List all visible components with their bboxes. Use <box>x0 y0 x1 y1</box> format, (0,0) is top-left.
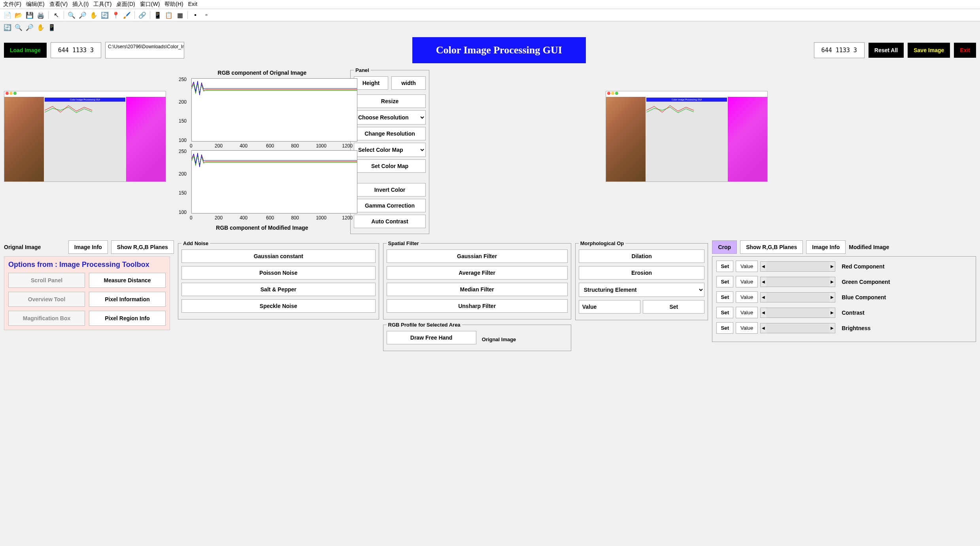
menu-edit[interactable]: 编辑(E) <box>26 1 45 8</box>
slider-right-icon[interactable]: ▶ <box>829 262 835 271</box>
slider-right-icon[interactable]: ▶ <box>829 277 835 287</box>
height-button[interactable]: Height <box>354 76 388 90</box>
axes-icon[interactable]: ▦ <box>176 11 184 19</box>
scroll-panel-button[interactable]: Scroll Panel <box>8 273 85 288</box>
tool1-icon[interactable]: ▪ <box>191 11 200 19</box>
slider-left-icon[interactable]: ◀ <box>761 293 766 302</box>
average-filter-button[interactable]: Average Filter <box>387 266 568 280</box>
tool2-icon[interactable]: ▫ <box>202 11 211 19</box>
zoom-in2-icon[interactable]: 🔍 <box>14 23 23 32</box>
menu-desktop[interactable]: 桌面(D) <box>116 1 135 8</box>
load-image-button[interactable]: Load Image <box>4 43 47 58</box>
image-info-button-left[interactable]: Image Info <box>68 240 108 254</box>
print-icon[interactable]: 🖨️ <box>36 11 45 19</box>
save-image-button[interactable]: Save Image <box>908 43 950 58</box>
set-contrast-button[interactable]: Set <box>716 307 733 318</box>
add-noise-fieldset: Add Noise Gaussian constant Poisson Nois… <box>178 240 379 319</box>
set-blue-button[interactable]: Set <box>716 291 733 303</box>
open-icon[interactable]: 📂 <box>14 11 23 19</box>
slider-left-icon[interactable]: ◀ <box>761 308 766 317</box>
zoom-out2-icon[interactable]: 🔎 <box>25 23 34 32</box>
thumb-title2: Color Image Processing GUI <box>646 98 727 102</box>
chart-original-rgb <box>191 78 357 142</box>
crop-button[interactable]: Crop <box>712 240 737 254</box>
gaussian-filter-button[interactable]: Gaussian Filter <box>387 249 568 263</box>
reset-all-button[interactable]: Reset All <box>869 43 904 58</box>
erosion-button[interactable]: Erosion <box>579 266 705 280</box>
chart2-title: RGB component of Modified Image <box>177 222 347 233</box>
select-colormap-select[interactable]: Select Color Map <box>354 143 426 157</box>
thumb-title: Color Image Processing GUI <box>45 98 125 102</box>
structuring-element-select[interactable]: Structuring Element <box>579 283 705 297</box>
contrast-slider[interactable]: ◀▶ <box>760 308 835 318</box>
unsharp-filter-button[interactable]: Unsharp Filter <box>387 299 568 313</box>
pointer-icon[interactable]: ↖ <box>52 11 60 19</box>
y-tick: 200 <box>179 171 187 177</box>
red-slider[interactable]: ◀▶ <box>760 261 835 272</box>
device-icon[interactable]: 📱 <box>47 23 56 32</box>
zoom-out-icon[interactable]: 🔎 <box>78 11 87 19</box>
resize-button[interactable]: Resize <box>354 94 426 108</box>
save-icon[interactable]: 💾 <box>25 11 34 19</box>
brush-icon[interactable]: 🖌️ <box>123 11 131 19</box>
measure-distance-button[interactable]: Measure Distance <box>89 273 166 288</box>
slider-right-icon[interactable]: ▶ <box>829 308 835 317</box>
morph-set-button[interactable]: Set <box>643 300 704 314</box>
menu-file[interactable]: 文件(F) <box>3 1 21 8</box>
pan2-icon[interactable]: ✋ <box>36 23 45 32</box>
dilation-button[interactable]: Dilation <box>579 249 705 263</box>
draw-free-hand-button[interactable]: Draw Free Hand <box>387 331 476 344</box>
menu-exit[interactable]: Exit <box>188 1 197 8</box>
slider-left-icon[interactable]: ◀ <box>761 262 766 271</box>
change-resolution-button[interactable]: Change Resolution <box>354 127 426 140</box>
width-button[interactable]: width <box>391 76 426 90</box>
pan-icon[interactable]: ✋ <box>89 11 98 19</box>
rgb-profile-orig-label: Orignal Image <box>479 336 568 342</box>
menu-insert[interactable]: 插入(I) <box>72 1 89 8</box>
datatip-icon[interactable]: 📍 <box>111 11 120 19</box>
slider-left-icon[interactable]: ◀ <box>761 323 766 333</box>
slider-left-icon[interactable]: ◀ <box>761 277 766 287</box>
menu-help[interactable]: 帮助(H) <box>164 1 183 8</box>
blue-slider[interactable]: ◀▶ <box>760 292 835 302</box>
new-icon[interactable]: 📄 <box>3 11 12 19</box>
show-rgb-planes-button-left[interactable]: Show R,G,B Planes <box>111 240 174 254</box>
magnification-box-button[interactable]: Magnification Box <box>8 311 85 326</box>
set-green-button[interactable]: Set <box>716 276 733 287</box>
morphological-legend: Morphological Op <box>579 240 626 246</box>
zoom-in-icon[interactable]: 🔍 <box>67 11 76 19</box>
auto-contrast-button[interactable]: Auto Contrast <box>354 215 426 228</box>
refresh-icon[interactable]: 🔄 <box>3 23 12 32</box>
slider-right-icon[interactable]: ▶ <box>829 323 835 333</box>
legend-icon[interactable]: 📋 <box>164 11 173 19</box>
pixel-information-button[interactable]: Pixel Information <box>89 292 166 307</box>
median-filter-button[interactable]: Median Filter <box>387 283 568 296</box>
menu-tools[interactable]: 工具(T) <box>93 1 111 8</box>
menu-view[interactable]: 查看(V) <box>49 1 68 8</box>
gaussian-noise-button[interactable]: Gaussian constant <box>181 249 376 263</box>
y-tick: 100 <box>179 138 187 143</box>
colorbar-icon[interactable]: 📱 <box>153 11 162 19</box>
morphological-fieldset: Morphological Op Dilation Erosion Struct… <box>575 240 708 320</box>
poisson-noise-button[interactable]: Poisson Noise <box>181 266 376 280</box>
choose-resolution-select[interactable]: Choose Resolution <box>354 110 426 125</box>
gamma-correction-button[interactable]: Gamma Correction <box>354 199 426 212</box>
set-colormap-button[interactable]: Set Color Map <box>354 159 426 173</box>
set-red-button[interactable]: Set <box>716 261 733 272</box>
speckle-noise-button[interactable]: Speckle Noise <box>181 299 376 313</box>
image-info-button-right[interactable]: Image Info <box>806 240 846 254</box>
blue-component-label: Blue Component <box>842 294 886 300</box>
overview-tool-button[interactable]: Overview Tool <box>8 292 85 307</box>
show-rgb-planes-button-right[interactable]: Show R,G,B Planes <box>740 240 803 254</box>
rotate-icon[interactable]: 🔄 <box>100 11 109 19</box>
slider-right-icon[interactable]: ▶ <box>829 293 835 302</box>
link-icon[interactable]: 🔗 <box>138 11 147 19</box>
exit-button[interactable]: Exit <box>954 43 976 58</box>
menu-window[interactable]: 窗口(W) <box>140 1 160 8</box>
green-slider[interactable]: ◀▶ <box>760 277 835 287</box>
pixel-region-info-button[interactable]: Pixel Region Info <box>89 311 166 326</box>
set-brightness-button[interactable]: Set <box>716 322 733 334</box>
invert-color-button[interactable]: Invert Color <box>354 183 426 196</box>
brightness-slider[interactable]: ◀▶ <box>760 323 835 333</box>
salt-pepper-button[interactable]: Salt & Pepper <box>181 283 376 296</box>
